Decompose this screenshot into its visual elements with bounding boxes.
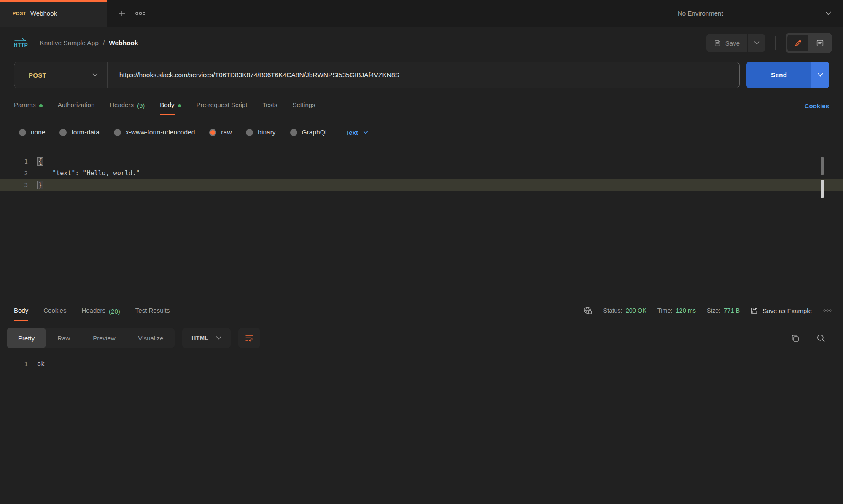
- response-headers-count: (20): [109, 308, 120, 321]
- view-raw[interactable]: Raw: [46, 328, 81, 348]
- plus-icon: [118, 9, 126, 18]
- environment-selector[interactable]: No Environment: [660, 0, 843, 27]
- network-info-icon[interactable]: [583, 306, 593, 315]
- save-as-example-button[interactable]: Save as Example: [751, 307, 812, 314]
- headers-count: (9): [137, 102, 145, 115]
- response-header: Body Cookies Headers (20) Test Results S…: [0, 298, 843, 321]
- tab-title: Webhook: [30, 10, 57, 17]
- breadcrumb-collection[interactable]: Knative Sample App: [40, 39, 99, 47]
- response-code: ok: [37, 360, 45, 368]
- body-type-binary[interactable]: binary: [246, 129, 275, 136]
- editor-line-current: 3 }: [0, 179, 843, 191]
- send-button[interactable]: Send: [746, 62, 811, 88]
- more-options-icon: [135, 11, 146, 16]
- view-preview[interactable]: Preview: [81, 328, 127, 348]
- response-tab-test-results[interactable]: Test Results: [135, 307, 170, 321]
- send-options-button[interactable]: [811, 62, 829, 88]
- new-tab-button[interactable]: [113, 0, 131, 27]
- editor-scrollbar-mark[interactable]: [821, 180, 824, 198]
- chevron-down-icon: [363, 131, 368, 134]
- raw-format-selector[interactable]: Text: [345, 129, 368, 136]
- copy-response-button[interactable]: [791, 334, 800, 343]
- request-tabs: Params Authorization Headers (9) Body Pr…: [0, 101, 843, 115]
- chevron-down-icon: [818, 73, 823, 77]
- status-badge[interactable]: Status: 200 OK: [603, 307, 646, 314]
- breadcrumb-request-name[interactable]: Webhook: [109, 39, 138, 47]
- save-options-button[interactable]: [747, 34, 765, 52]
- response-tab-headers[interactable]: Headers (20): [81, 307, 120, 321]
- tab-tests[interactable]: Tests: [262, 101, 277, 115]
- response-options-button[interactable]: [823, 309, 832, 312]
- tab-authorization[interactable]: Authorization: [58, 101, 95, 115]
- body-type-row: none form-data x-www-form-urlencoded raw…: [0, 124, 843, 141]
- chevron-down-icon: [216, 336, 221, 340]
- save-button-group: Save: [706, 34, 765, 52]
- documentation-button[interactable]: [809, 35, 830, 51]
- tab-pre-request-script[interactable]: Pre-request Script: [197, 101, 248, 115]
- method-selector[interactable]: POST: [14, 72, 107, 79]
- response-meta-bar: Status: 200 OK Time: 120 ms Size: 771 B …: [583, 306, 832, 321]
- chevron-down-icon: [754, 41, 760, 45]
- editor-line: 1 {: [0, 155, 843, 167]
- url-row: POST https://hooks.slack.com/services/T0…: [14, 62, 829, 88]
- edit-request-button[interactable]: [787, 35, 808, 51]
- editor-line: 2 "text": "Hello, world.": [0, 167, 843, 179]
- response-tab-cookies[interactable]: Cookies: [43, 307, 66, 321]
- radio-icon: [59, 129, 67, 136]
- body-type-form-data[interactable]: form-data: [59, 129, 99, 136]
- top-tab-bar: POST Webhook No Environment: [0, 0, 843, 27]
- request-url-box: POST https://hooks.slack.com/services/T0…: [14, 62, 740, 88]
- request-tab-webhook[interactable]: POST Webhook: [0, 0, 107, 27]
- request-body-editor[interactable]: 1 { 2 "text": "Hello, world." 3 }: [0, 155, 843, 298]
- response-format-selector[interactable]: HTML: [182, 328, 231, 348]
- open-brace: {: [37, 157, 43, 166]
- wrap-lines-button[interactable]: [238, 328, 260, 348]
- tab-settings[interactable]: Settings: [292, 101, 315, 115]
- view-pretty[interactable]: Pretty: [7, 328, 46, 348]
- save-button[interactable]: Save: [706, 34, 747, 52]
- tab-headers[interactable]: Headers (9): [110, 101, 145, 115]
- url-input[interactable]: https://hooks.slack.com/services/T06TD83…: [108, 71, 739, 79]
- response-tab-body[interactable]: Body: [14, 307, 28, 321]
- wrap-text-icon: [245, 334, 253, 342]
- send-button-group: Send: [746, 62, 829, 88]
- body-type-raw[interactable]: raw: [209, 129, 232, 136]
- save-disk-icon: [714, 40, 721, 47]
- tab-body[interactable]: Body: [160, 101, 181, 115]
- body-data-dot: [178, 104, 181, 107]
- radio-icon: [290, 129, 297, 136]
- body-type-x-www-form-urlencoded[interactable]: x-www-form-urlencoded: [114, 129, 195, 136]
- search-response-button[interactable]: [816, 334, 825, 343]
- tab-method-badge: POST: [13, 11, 26, 16]
- tab-params[interactable]: Params: [14, 101, 43, 115]
- postman-app: POST Webhook No Environment HTTP Knat: [0, 0, 843, 504]
- close-brace: }: [37, 181, 43, 189]
- response-body-viewer[interactable]: 1 ok: [0, 358, 843, 370]
- header-divider: [775, 36, 776, 50]
- radio-selected-icon: [209, 129, 216, 136]
- save-disk-icon: [751, 307, 758, 314]
- radio-icon: [246, 129, 253, 136]
- radio-icon: [114, 129, 121, 136]
- line-number: 1: [0, 361, 37, 367]
- body-type-none[interactable]: none: [19, 129, 45, 136]
- chevron-down-icon: [825, 11, 831, 15]
- http-protocol-icon: HTTP: [14, 38, 28, 48]
- line-number: 3: [0, 182, 37, 188]
- topbar-spacer: [150, 0, 660, 27]
- editor-scrollbar-mark[interactable]: [821, 157, 824, 175]
- pane-toggle-group: [786, 33, 832, 53]
- documentation-icon: [816, 39, 824, 47]
- line-number: 2: [0, 170, 37, 177]
- editor-code: "text": "Hello, world.": [37, 169, 140, 177]
- size-badge[interactable]: Size: 771 B: [707, 307, 740, 314]
- params-data-dot: [39, 104, 43, 107]
- method-label: POST: [29, 72, 92, 79]
- time-badge[interactable]: Time: 120 ms: [657, 307, 696, 314]
- response-line: 1 ok: [0, 358, 843, 370]
- tab-options-button[interactable]: [131, 0, 150, 27]
- pencil-icon: [794, 39, 802, 47]
- cookies-link[interactable]: Cookies: [805, 102, 829, 115]
- body-type-graphql[interactable]: GraphQL: [290, 129, 329, 136]
- view-visualize[interactable]: Visualize: [127, 328, 175, 348]
